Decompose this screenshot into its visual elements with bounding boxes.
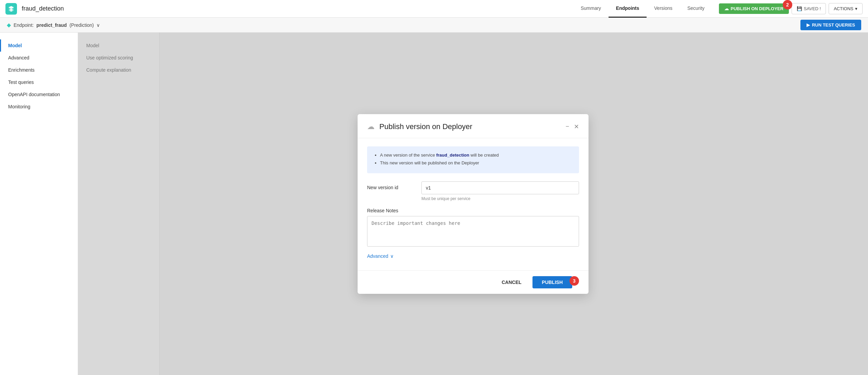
advanced-label: Advanced: [367, 253, 388, 259]
modal-header-actions: − ✕: [565, 123, 579, 130]
sidebar-item-enrichments[interactable]: Enrichments: [0, 64, 78, 76]
version-id-row: New version id Must be unique per servic…: [367, 181, 579, 201]
info-item-1: A new version of the service fraud_detec…: [380, 152, 572, 159]
app-title: fraud_detection: [22, 5, 64, 12]
nav-endpoints[interactable]: Endpoints: [609, 0, 647, 18]
info-item-2: This new version will be published on th…: [380, 160, 572, 166]
release-notes-label: Release Notes: [367, 208, 579, 213]
endpoint-prefix: Endpoint:: [14, 22, 34, 28]
service-name: fraud_detection: [436, 153, 469, 158]
release-notes-row: Release Notes: [367, 208, 579, 247]
diamond-icon: ◆: [7, 22, 11, 28]
endpoint-chevron-icon[interactable]: ∨: [96, 22, 100, 28]
nav-security[interactable]: Security: [680, 0, 712, 18]
modal-header: ☁ Publish version on Deployer − ✕: [358, 114, 589, 138]
modal-minimize-button[interactable]: −: [565, 123, 569, 130]
endpoint-type: (Prediction): [70, 22, 94, 28]
publish-modal: ☁ Publish version on Deployer − ✕ A new …: [358, 114, 589, 294]
version-id-input[interactable]: [421, 181, 579, 194]
info-list: A new version of the service fraud_detec…: [374, 152, 572, 166]
publish-deployer-wrap: ☁ PUBLISH ON DEPLOYER 2: [719, 3, 789, 14]
modal-title: Publish version on Deployer: [379, 122, 561, 131]
chevron-down-icon: ▾: [855, 6, 857, 11]
modal-close-button[interactable]: ✕: [574, 123, 579, 130]
modal-footer: CANCEL PUBLISH 3: [358, 270, 589, 294]
release-notes-textarea[interactable]: [367, 216, 579, 247]
sidebar: Model Advanced Enrichments Test queries …: [0, 33, 78, 375]
modal-body: A new version of the service fraud_detec…: [358, 138, 589, 270]
modal-overlay: ☁ Publish version on Deployer − ✕ A new …: [78, 33, 868, 375]
cloud-icon: ☁: [724, 6, 729, 11]
version-id-field: Must be unique per service: [421, 181, 579, 201]
endpoint-name: predict_fraud: [36, 22, 67, 28]
cancel-button[interactable]: CANCEL: [495, 276, 528, 288]
sidebar-item-advanced[interactable]: Advanced: [0, 52, 78, 64]
actions-button[interactable]: ACTIONS ▾: [829, 3, 863, 14]
play-icon: ▶: [807, 22, 810, 28]
run-test-wrap: ▶ RUN TEST QUERIES: [800, 20, 861, 30]
sidebar-item-monitoring[interactable]: Monitoring: [0, 101, 78, 113]
run-test-button[interactable]: ▶ RUN TEST QUERIES: [800, 20, 861, 30]
publish-modal-button[interactable]: PUBLISH: [532, 276, 572, 288]
publish-button-wrap: PUBLISH 3: [532, 276, 579, 288]
sidebar-item-test-queries[interactable]: Test queries: [0, 76, 78, 88]
badge-2: 2: [783, 0, 792, 10]
top-bar: fraud_detection Summary Endpoints Versio…: [0, 0, 868, 18]
top-bar-actions: ☁ PUBLISH ON DEPLOYER 2 💾 SAVED ! ACTION…: [719, 3, 863, 14]
advanced-toggle[interactable]: Advanced ∨: [367, 253, 579, 259]
top-nav: Summary Endpoints Versions Security: [573, 0, 712, 18]
sub-bar: ◆ Endpoint: predict_fraud (Prediction) ∨…: [0, 18, 868, 33]
version-id-label: New version id: [367, 181, 415, 190]
version-id-hint: Must be unique per service: [421, 196, 579, 201]
advanced-chevron-icon: ∨: [390, 253, 394, 259]
save-icon: 💾: [797, 6, 802, 11]
content-area: Model Use optimized scoring Compute expl…: [78, 33, 868, 375]
sidebar-item-model[interactable]: Model: [0, 39, 78, 52]
badge-3: 3: [569, 276, 579, 286]
endpoint-info: ◆ Endpoint: predict_fraud (Prediction) ∨: [7, 22, 100, 28]
main-layout: Model Advanced Enrichments Test queries …: [0, 33, 868, 375]
nav-summary[interactable]: Summary: [573, 0, 609, 18]
nav-versions[interactable]: Versions: [647, 0, 680, 18]
saved-button[interactable]: 💾 SAVED !: [792, 3, 826, 14]
app-logo: [5, 3, 17, 15]
modal-cloud-icon: ☁: [367, 122, 375, 131]
info-box: A new version of the service fraud_detec…: [367, 146, 579, 173]
sidebar-item-openapi[interactable]: OpenAPI documentation: [0, 88, 78, 101]
publish-deployer-button[interactable]: ☁ PUBLISH ON DEPLOYER: [719, 3, 789, 14]
